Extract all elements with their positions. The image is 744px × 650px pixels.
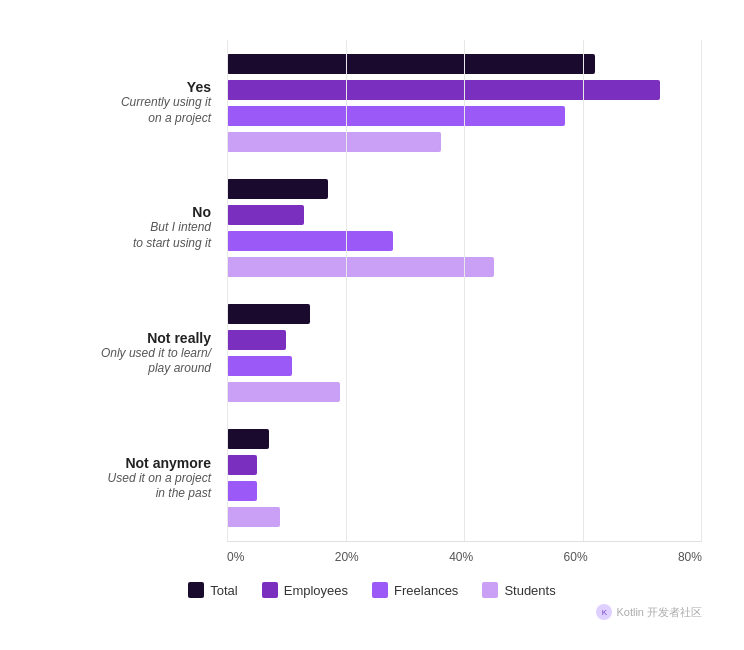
legend-swatch-freelances (372, 582, 388, 598)
bar-not-really-employees (227, 330, 286, 350)
legend-item-freelances: Freelances (372, 582, 458, 598)
bar-row (227, 256, 702, 278)
legend-label-students: Students (504, 583, 555, 598)
group-yes: YesCurrently using iton a project (42, 53, 702, 153)
group-subtitle-yes: Currently using iton a project (121, 95, 211, 126)
x-label-1: 20% (335, 550, 359, 564)
x-axis: 0%20%40%60%80% (227, 541, 702, 564)
bars-not-really (227, 303, 702, 403)
bar-row (227, 480, 702, 502)
legend-label-freelances: Freelances (394, 583, 458, 598)
chart-container: YesCurrently using iton a projectNoBut I… (12, 10, 732, 640)
bar-row (227, 204, 702, 226)
legend-swatch-total (188, 582, 204, 598)
x-label-3: 60% (564, 550, 588, 564)
bar-not-really-students (227, 382, 340, 402)
watermark: K Kotlin 开发者社区 (42, 604, 702, 620)
bar-yes-employees (227, 80, 660, 100)
bar-no-employees (227, 205, 304, 225)
chart-rows-area: YesCurrently using iton a projectNoBut I… (42, 40, 702, 541)
bar-yes-freelances (227, 106, 565, 126)
group-label-no: NoBut I intendto start using it (42, 204, 227, 251)
bar-row (227, 79, 702, 101)
bar-row (227, 178, 702, 200)
bar-row (227, 230, 702, 252)
bars-yes (227, 53, 702, 153)
legend-label-employees: Employees (284, 583, 348, 598)
bar-not-anymore-total (227, 429, 269, 449)
bar-row (227, 53, 702, 75)
group-not-really: Not reallyOnly used it to learn/play aro… (42, 303, 702, 403)
bar-row (227, 131, 702, 153)
bars-not-anymore (227, 428, 702, 528)
legend-swatch-students (482, 582, 498, 598)
group-subtitle-not-really: Only used it to learn/play around (101, 346, 211, 377)
legend-label-total: Total (210, 583, 237, 598)
bar-not-anymore-students (227, 507, 280, 527)
chart-body: YesCurrently using iton a projectNoBut I… (42, 40, 702, 541)
x-label-2: 40% (449, 550, 473, 564)
x-axis-labels: 0%20%40%60%80% (227, 550, 702, 564)
legend-item-employees: Employees (262, 582, 348, 598)
bar-row (227, 329, 702, 351)
bar-yes-students (227, 132, 441, 152)
bar-not-anymore-freelances (227, 481, 257, 501)
group-subtitle-not-anymore: Used it on a projectin the past (108, 471, 211, 502)
group-no: NoBut I intendto start using it (42, 178, 702, 278)
group-title-no: No (192, 204, 211, 220)
group-title-not-really: Not really (147, 330, 211, 346)
bar-not-really-freelances (227, 356, 292, 376)
bar-not-really-total (227, 304, 310, 324)
bar-row (227, 428, 702, 450)
group-not-anymore: Not anymoreUsed it on a projectin the pa… (42, 428, 702, 528)
bar-row (227, 381, 702, 403)
legend-item-students: Students (482, 582, 555, 598)
group-title-yes: Yes (187, 79, 211, 95)
group-label-not-anymore: Not anymoreUsed it on a projectin the pa… (42, 455, 227, 502)
bar-row (227, 303, 702, 325)
group-label-yes: YesCurrently using iton a project (42, 79, 227, 126)
bar-not-anymore-employees (227, 455, 257, 475)
bar-no-students (227, 257, 494, 277)
bar-no-total (227, 179, 328, 199)
watermark-icon: K (596, 604, 612, 620)
bar-row (227, 355, 702, 377)
legend: TotalEmployeesFreelancesStudents (42, 582, 702, 598)
legend-item-total: Total (188, 582, 237, 598)
bars-no (227, 178, 702, 278)
x-label-0: 0% (227, 550, 244, 564)
group-title-not-anymore: Not anymore (125, 455, 211, 471)
group-label-not-really: Not reallyOnly used it to learn/play aro… (42, 330, 227, 377)
bar-row (227, 105, 702, 127)
legend-swatch-employees (262, 582, 278, 598)
bar-row (227, 506, 702, 528)
group-subtitle-no: But I intendto start using it (133, 220, 211, 251)
bar-no-freelances (227, 231, 393, 251)
bar-row (227, 454, 702, 476)
watermark-text: Kotlin 开发者社区 (616, 605, 702, 620)
x-label-4: 80% (678, 550, 702, 564)
bar-yes-total (227, 54, 595, 74)
